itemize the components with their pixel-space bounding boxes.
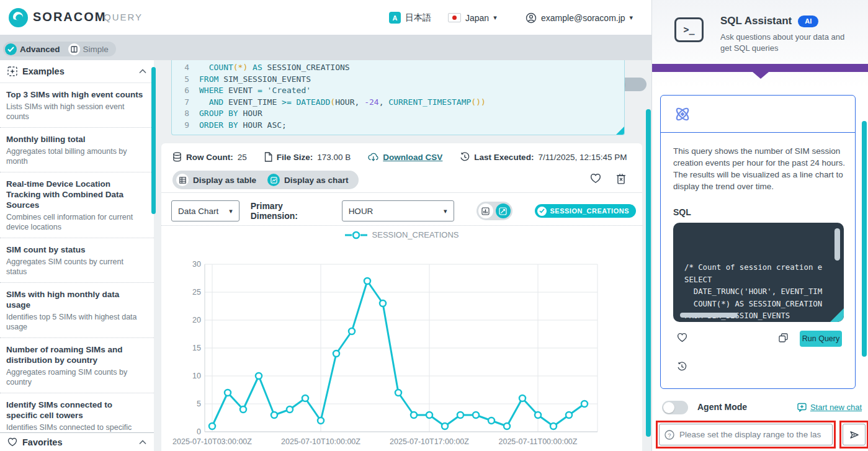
download-csv-link[interactable]: Download CSV <box>383 153 442 162</box>
account-dropdown[interactable]: example@soracom.jp ▾ <box>526 0 633 35</box>
chat-input[interactable] <box>679 430 827 439</box>
primary-dimension-select[interactable]: HOUR ▾ <box>342 200 454 221</box>
code-resize-handle[interactable] <box>830 308 844 322</box>
code-horizontal-scrollbar[interactable] <box>680 313 738 318</box>
assistant-subtitle: Ask questions about your data and get SQ… <box>720 32 854 54</box>
file-icon <box>264 152 272 162</box>
top-header: SORACOM QUERY A 日本語 Japan ▾ example@sora… <box>0 0 651 35</box>
assistant-card-header <box>661 96 855 133</box>
row-count-label: Row Count: <box>186 153 233 162</box>
chart-type-select[interactable]: Data Chart ▾ <box>171 200 239 221</box>
file-size-value: 173.00 B <box>317 153 351 162</box>
mode-band: Advanced Simple <box>0 35 651 60</box>
download-csv[interactable]: Download CSV <box>368 152 442 162</box>
language-button[interactable]: A 日本語 <box>389 0 431 35</box>
code-vertical-scrollbar[interactable] <box>834 228 840 261</box>
examples-sidebar: Examples Top 3 SIMs with high event coun… <box>0 60 154 451</box>
example-item-desc: Aggregates SIM counts by current status <box>6 257 144 277</box>
assistant-pointer <box>753 72 769 79</box>
result-card: Row Count: 25 File Size: 173.00 B Downlo… <box>161 143 642 451</box>
data-point <box>457 412 463 418</box>
example-item-title: Top 3 SIMs with high event counts <box>6 89 144 100</box>
country-dropdown[interactable]: Japan ▾ <box>448 0 497 35</box>
cloud-download-icon <box>368 152 378 162</box>
svg-text:2025-07-10T03:00:00Z: 2025-07-10T03:00:00Z <box>172 437 252 446</box>
app-name: QUERY <box>104 12 143 22</box>
data-point <box>566 412 572 418</box>
japan-flag-icon <box>448 13 461 22</box>
example-item[interactable]: Monthly billing totalAggregates total bi… <box>0 128 154 172</box>
svg-text:25: 25 <box>192 288 201 297</box>
soracom-query-app: SORACOM QUERY A 日本語 Japan ▾ example@sora… <box>0 0 868 451</box>
chevron-down-icon: ▾ <box>630 14 633 22</box>
check-circle-icon <box>5 43 17 55</box>
primary-dimension-value: HOUR <box>349 207 374 216</box>
display-as-chart-button[interactable]: Display as chart <box>267 174 349 186</box>
data-point <box>271 412 277 418</box>
last-executed-value: 7/11/2025, 12:15:45 PM <box>538 153 627 162</box>
chart: 0510152025302025-07-10T03:00:00Z2025-07-… <box>161 256 633 451</box>
data-point <box>333 351 339 357</box>
main-scrollbar[interactable] <box>646 109 651 437</box>
example-item-title: SIMs with high monthly data usage <box>6 289 144 310</box>
display-mode-toggle: Display as table Display as chart <box>172 171 359 189</box>
run-query-button[interactable]: Run Query <box>800 331 842 347</box>
data-point <box>225 390 231 396</box>
data-point <box>411 412 417 418</box>
example-item[interactable]: Top 3 SIMs with high event countsLists S… <box>0 83 154 128</box>
data-point <box>550 423 557 429</box>
example-item[interactable]: SIMs with high monthly data usageIdentif… <box>0 283 154 338</box>
data-point <box>318 418 324 424</box>
assistant-sql-code: /* Count of session creation eSELECT DAT… <box>673 223 844 322</box>
line-chart-button[interactable] <box>496 203 511 218</box>
example-item[interactable]: Number of roaming SIMs and distribution … <box>0 338 154 393</box>
legend-marker-icon <box>345 231 367 239</box>
display-as-table-label: Display as table <box>193 176 256 185</box>
example-item-title: SIM count by status <box>6 244 144 255</box>
sql-assistant-panel: >_ SQL Assistant AI Ask questions about … <box>651 0 868 451</box>
file-size-label: File Size: <box>277 153 313 162</box>
display-as-table-button[interactable]: Display as table <box>176 174 256 186</box>
favorite-heart-button[interactable] <box>590 173 601 184</box>
soracom-logo-icon[interactable] <box>9 8 28 27</box>
chart-controls: Data Chart ▾ Primary Dimension: HOUR ▾ <box>171 200 636 221</box>
legend-label: SESSION_CREATIONS <box>372 230 459 239</box>
chart-type-value: Data Chart <box>178 207 218 216</box>
logo-swirl-icon <box>11 11 25 25</box>
examples-list: Top 3 SIMs with high event countsLists S… <box>0 83 154 451</box>
examples-section-header[interactable]: Examples <box>0 60 154 83</box>
svg-text:30: 30 <box>192 260 201 269</box>
favorite-query-button[interactable] <box>677 333 687 342</box>
mode-advanced[interactable]: Advanced <box>20 45 60 54</box>
data-point <box>380 300 386 306</box>
mode-simple[interactable]: Simple <box>83 45 109 54</box>
heart-icon <box>7 437 17 447</box>
result-stats-row: Row Count: 25 File Size: 173.00 B Downlo… <box>172 152 627 162</box>
columns-icon <box>68 43 80 55</box>
sidebar-scrollbar[interactable] <box>151 67 156 214</box>
example-item-title: Identify SIMs connected to specific cell… <box>6 400 144 421</box>
data-point <box>535 412 541 418</box>
copy-icon[interactable] <box>779 333 788 342</box>
data-point <box>256 373 262 379</box>
svg-text:2025-07-10T17:00:00Z: 2025-07-10T17:00:00Z <box>390 437 469 446</box>
series-chip[interactable]: SESSION_CREATIONS <box>535 204 637 218</box>
agent-mode-toggle[interactable] <box>662 401 688 414</box>
translate-icon: A <box>389 12 401 24</box>
data-point <box>442 423 448 429</box>
editor-resize-handle[interactable] <box>616 127 624 135</box>
sql-editor[interactable]: 4 COUNT(*) AS SESSION_CREATIONS5FROM SIM… <box>171 60 625 135</box>
send-icon <box>849 429 860 440</box>
start-new-chat-link[interactable]: Start new chat <box>797 403 862 412</box>
example-item-desc: Combines cell information for current de… <box>6 212 144 232</box>
favorites-section-header[interactable]: Favorites <box>0 432 154 451</box>
example-item[interactable]: Real-time Device Location Tracking with … <box>0 172 154 238</box>
assistant-scrollbar[interactable] <box>862 121 867 357</box>
bar-chart-button[interactable] <box>478 203 493 218</box>
example-item[interactable]: SIM count by statusAggregates SIM counts… <box>0 238 154 283</box>
delete-trash-button[interactable] <box>616 173 626 184</box>
send-button[interactable] <box>843 424 866 445</box>
line-chart-svg: 0510152025302025-07-10T03:00:00Z2025-07-… <box>161 256 633 450</box>
assistant-response-card: This query shows the number of SIM sessi… <box>660 95 856 389</box>
history-icon[interactable] <box>677 362 687 372</box>
